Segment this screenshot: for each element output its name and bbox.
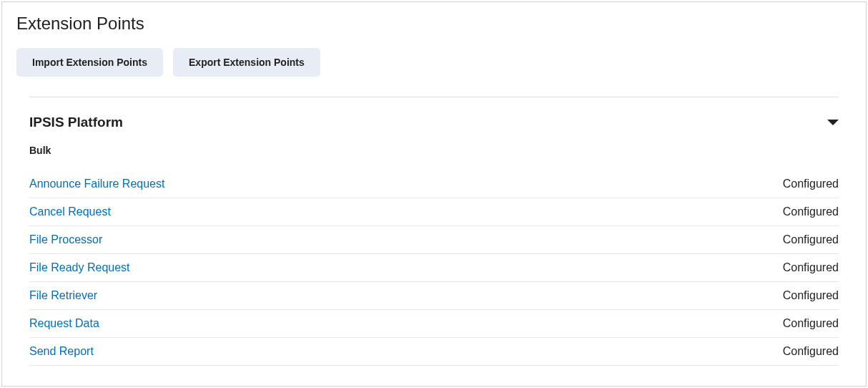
status-label: Configured <box>783 178 839 190</box>
table-row: File Retriever Configured <box>29 282 839 310</box>
status-label: Configured <box>783 233 839 246</box>
table-row: Request Data Configured <box>29 310 839 338</box>
extension-point-link[interactable]: File Retriever <box>29 289 97 302</box>
extension-point-link[interactable]: File Ready Request <box>29 261 130 274</box>
extension-point-link[interactable]: Cancel Request <box>29 205 111 218</box>
extension-point-link[interactable]: Announce Failure Request <box>29 178 164 190</box>
export-extension-points-button[interactable]: Export Extension Points <box>173 48 320 77</box>
section-header-toggle[interactable]: IPSIS Platform <box>29 115 839 130</box>
status-label: Configured <box>783 317 839 330</box>
status-label: Configured <box>783 345 839 358</box>
table-row: Send Report Configured <box>29 338 839 366</box>
table-row: File Ready Request Configured <box>29 254 839 282</box>
table-row: Cancel Request Configured <box>29 198 839 226</box>
status-label: Configured <box>783 289 839 302</box>
chevron-down-icon <box>827 120 839 125</box>
table-row: File Processor Configured <box>29 226 839 254</box>
import-extension-points-button[interactable]: Import Extension Points <box>16 48 163 77</box>
extension-point-link[interactable]: Send Report <box>29 345 94 358</box>
section-divider <box>29 97 839 97</box>
section-title: IPSIS Platform <box>29 115 123 130</box>
toolbar: Import Extension Points Export Extension… <box>16 48 852 77</box>
section-ipsis-platform: IPSIS Platform Bulk Announce Failure Req… <box>16 115 852 366</box>
page-container: Extension Points Import Extension Points… <box>1 1 867 387</box>
page-title: Extension Points <box>16 14 852 34</box>
subsection-title: Bulk <box>29 145 839 156</box>
status-label: Configured <box>783 205 839 218</box>
table-row: Announce Failure Request Configured <box>29 170 839 198</box>
status-label: Configured <box>783 261 839 274</box>
extension-point-link[interactable]: File Processor <box>29 233 102 246</box>
extension-point-link[interactable]: Request Data <box>29 317 99 330</box>
